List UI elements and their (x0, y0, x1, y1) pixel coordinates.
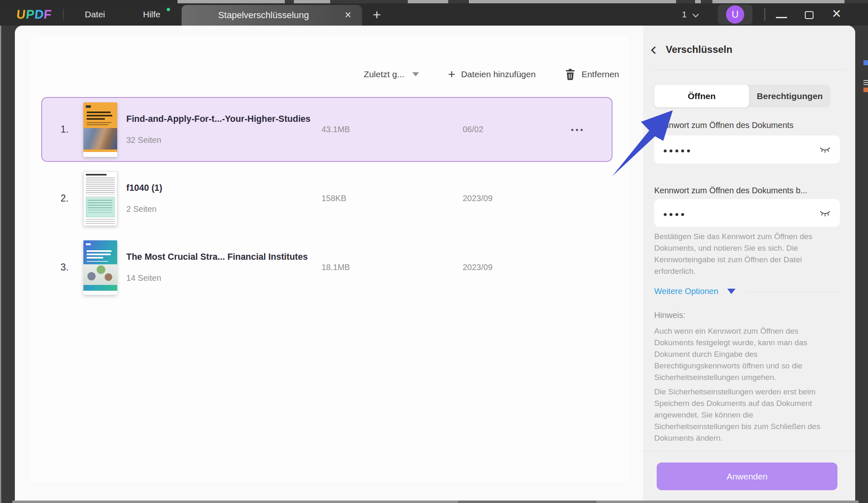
background-window-strip (177, 0, 868, 3)
encrypt-panel: Verschlüsseln Öffnen Berechtigungen Kenn… (643, 26, 855, 501)
new-tab-button[interactable]: + (373, 6, 381, 23)
account-button[interactable]: U (718, 5, 752, 24)
chevron-down-icon[interactable] (693, 11, 699, 18)
confirm-password-label: Kennwort zum Öffnen des Dokuments b... (654, 186, 807, 195)
document-count[interactable]: 1 (682, 3, 687, 26)
tab-title: Stapelverschlüsselung (218, 10, 309, 21)
plus-icon: + (448, 69, 455, 80)
window-close-button[interactable]: × (832, 5, 841, 22)
note-paragraph-1: Auch wenn ein Kennwort zum Öffnen des Do… (654, 325, 837, 383)
hilfe-notification-dot (167, 8, 170, 11)
file-row-2[interactable]: 2. f1040 (1) 2 Seiten 158KB 2023/09 (41, 166, 613, 231)
add-files-button[interactable]: + Dateien hinzufügen (448, 69, 536, 80)
open-password-field[interactable]: ••••• (654, 135, 840, 164)
background-window-sliver (0, 0, 868, 3)
row-more-menu-icon[interactable]: ●●● (546, 127, 612, 133)
file-pages: 32 Seiten (126, 135, 320, 145)
sort-label: Zuletzt g... (364, 69, 404, 79)
file-list-toolbar: Zuletzt g... + Dateien hinzufügen Entfer… (305, 64, 619, 85)
panel-title: Verschlüsseln (666, 44, 732, 55)
file-pages: 2 Seiten (126, 204, 320, 214)
open-password-value: ••••• (663, 137, 693, 165)
background-window-icon (863, 88, 868, 92)
menu-hilfe[interactable]: Hilfe (132, 3, 171, 26)
file-thumbnail (83, 171, 117, 226)
file-date: 2023/09 (422, 194, 546, 203)
file-size: 18.1MB (320, 263, 422, 272)
caret-down-icon (412, 72, 419, 76)
avatar: U (726, 5, 744, 24)
divider (747, 292, 842, 292)
titlebar: UPDF Datei Hilfe Stapelverschlüsselung ×… (0, 3, 868, 26)
divider (643, 451, 855, 451)
screen-edge-line (0, 26, 1, 503)
titlebar-separator-2 (764, 8, 765, 21)
file-thumbnail (83, 102, 117, 157)
file-row-1[interactable]: 1. Find-and-Apply-For-t...-Your-Higher-S… (41, 97, 613, 162)
file-size: 43.1MB (320, 125, 422, 134)
file-date: 2023/09 (422, 263, 546, 272)
file-title: The Most Crucial Stra... Financial Insti… (126, 252, 320, 262)
confirm-hint-text: Bestätigen Sie das Kennwort zum Öffnen d… (654, 231, 830, 277)
confirm-password-value: •••• (663, 200, 686, 228)
background-window-icon (863, 60, 868, 65)
encrypt-tabs: Öffnen Berechtigungen (654, 85, 830, 107)
content-area: Zuletzt g... + Dateien hinzufügen Entfer… (15, 26, 855, 501)
apply-button[interactable]: Anwenden (657, 463, 837, 490)
row-index: 2. (42, 193, 83, 204)
updf-logo[interactable]: UPDF (17, 7, 52, 21)
file-thumbnail (83, 240, 117, 295)
file-date: 06/02 (422, 125, 546, 134)
file-pages: 14 Seiten (126, 273, 320, 283)
file-size: 158KB (320, 194, 422, 203)
remove-label: Entfernen (582, 69, 619, 79)
file-title: f1040 (1) (126, 183, 320, 193)
more-options-label: Weitere Optionen (654, 287, 718, 296)
divider (653, 69, 846, 70)
row-index: 3. (42, 262, 83, 273)
file-row-3[interactable]: 3. The Most Crucial Stra... Financial In… (41, 235, 613, 300)
background-window-sliver (12, 501, 859, 503)
eye-closed-icon[interactable] (819, 207, 831, 219)
file-list: 1. Find-and-Apply-For-t...-Your-Higher-S… (41, 97, 613, 300)
file-title: Find-and-Apply-For-t...-Your-Higher-Stud… (126, 114, 320, 124)
eye-closed-icon[interactable] (819, 144, 831, 155)
background-window-sliver (458, 501, 596, 503)
confirm-password-field[interactable]: •••• (654, 199, 840, 227)
sort-dropdown[interactable]: Zuletzt g... (364, 69, 419, 79)
maximize-button[interactable] (805, 11, 814, 19)
app-window: UPDF Datei Hilfe Stapelverschlüsselung ×… (0, 0, 868, 503)
tab-berechtigungen[interactable]: Berechtigungen (749, 85, 830, 107)
titlebar-separator (63, 9, 64, 20)
open-password-label: Kennwort zum Öffnen des Dokuments (654, 121, 794, 130)
tab-close-icon[interactable]: × (345, 9, 351, 21)
row-index: 1. (42, 124, 83, 135)
tab-oeffnen[interactable]: Öffnen (654, 85, 749, 107)
caret-down-icon (727, 289, 736, 294)
add-files-label: Dateien hinzufügen (461, 69, 536, 79)
background-window-icon (863, 80, 868, 85)
remove-button[interactable]: Entfernen (565, 68, 619, 81)
tab-stapelverschluesselung[interactable]: Stapelverschlüsselung × (182, 5, 362, 26)
more-options[interactable]: Weitere Optionen (654, 287, 736, 296)
note-paragraph-2: Die Sicherheitseinstellungen werden erst… (654, 386, 837, 444)
minimize-button[interactable] (776, 17, 787, 18)
note-title: Hinweis: (654, 311, 686, 320)
back-chevron-icon[interactable] (651, 46, 658, 54)
menu-datei[interactable]: Datei (74, 3, 116, 26)
trash-icon (565, 68, 576, 81)
